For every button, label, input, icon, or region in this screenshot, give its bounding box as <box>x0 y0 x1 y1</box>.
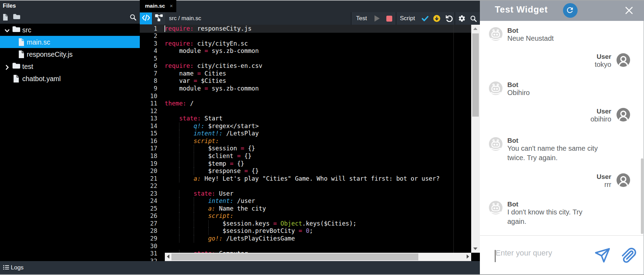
gear-icon[interactable] <box>459 15 465 23</box>
check-icon[interactable] <box>422 16 428 23</box>
file-icon <box>18 50 24 60</box>
scroll-right-arrow[interactable] <box>467 254 469 259</box>
chat-message-bot: Bot Obihiro <box>480 81 644 97</box>
code-line: $client = {} <box>165 152 252 160</box>
attach-icon[interactable] <box>620 246 637 265</box>
visual-view-button[interactable] <box>153 13 165 24</box>
user-avatar <box>617 173 630 187</box>
indent-guide <box>194 197 194 205</box>
message-author: User <box>522 173 611 180</box>
indent-guide <box>179 235 179 243</box>
chevron-down-icon[interactable] <box>5 27 10 35</box>
indent-guide <box>194 205 194 213</box>
stop-icon[interactable] <box>386 16 392 23</box>
code-view-button[interactable] <box>140 13 152 24</box>
horizontal-scroll-thumb[interactable] <box>171 253 418 260</box>
logs-bar[interactable]: Logs <box>0 261 480 274</box>
chat-message-user: User obihiro <box>480 108 644 124</box>
chevron-right-icon[interactable] <box>5 64 10 72</box>
new-folder-button[interactable] <box>13 14 21 21</box>
query-input[interactable] <box>496 246 589 260</box>
scrollbar-corner <box>471 253 480 261</box>
indent-guide <box>194 212 194 220</box>
indent-guide <box>179 138 179 145</box>
close-icon <box>625 9 633 15</box>
window-top-edge <box>0 0 644 1</box>
refresh-button[interactable] <box>563 3 578 18</box>
logs-list-icon <box>3 265 9 271</box>
chat-message-user: User rrr <box>480 173 644 189</box>
scroll-down-arrow[interactable] <box>473 248 477 250</box>
new-file-button[interactable] <box>3 14 8 22</box>
code-line: a: Hey! Let's play "Cities" Game. Who wi… <box>165 175 440 183</box>
code-line: script: <box>165 138 219 145</box>
indent-guide <box>194 152 194 160</box>
vertical-scroll-thumb[interactable] <box>472 33 479 117</box>
indent-guide <box>194 227 194 235</box>
line-number: 4 <box>140 47 158 55</box>
message-text: obihiro <box>522 115 611 124</box>
line-number: 23 <box>140 190 158 198</box>
indent-guide <box>194 145 194 152</box>
play-icon[interactable] <box>374 15 380 23</box>
line-number: 12 <box>140 108 158 115</box>
line-number: 14 <box>140 123 158 130</box>
line-number: 30 <box>140 243 158 250</box>
search-icon[interactable] <box>470 15 477 23</box>
folder-icon <box>12 26 21 34</box>
undo-icon[interactable] <box>446 15 453 23</box>
line-number: 5 <box>140 55 158 63</box>
message-author: Bot <box>507 27 601 34</box>
send-icon[interactable] <box>594 247 610 264</box>
tree-item-chatbot-yaml[interactable]: chatbot.yaml <box>0 72 140 85</box>
tab-main-sc[interactable]: main.sc × <box>140 0 176 12</box>
tree-item-src[interactable]: src <box>0 24 140 36</box>
download-icon[interactable] <box>433 15 440 23</box>
line-number: 29 <box>140 235 158 243</box>
editor-horizontal-scrollbar[interactable] <box>165 253 471 261</box>
logs-label: Logs <box>11 264 24 271</box>
print-margin-line <box>453 25 454 253</box>
indent-guide <box>179 227 179 235</box>
editor-vertical-scrollbar[interactable] <box>471 25 480 253</box>
tab-close-icon[interactable]: × <box>170 3 173 9</box>
indent-guide <box>179 123 179 130</box>
code-line: intent: /user <box>165 197 255 205</box>
code-line: module = sys.zb-common <box>165 85 259 93</box>
indent-guide <box>179 197 179 205</box>
tree-item-responseCity-js[interactable]: responseCity.js <box>0 48 140 60</box>
tree-item-label: src <box>22 26 31 34</box>
tree-item-test[interactable]: test <box>0 60 140 72</box>
scroll-left-arrow[interactable] <box>167 254 169 259</box>
chat-scrollbar[interactable] <box>641 158 643 234</box>
files-panel: Files srcmain.scresponseCity.jstestchatb… <box>0 0 140 261</box>
close-widget-button[interactable] <box>625 7 633 14</box>
editor-caret <box>164 25 165 32</box>
message-author: User <box>522 53 611 60</box>
file-search-button[interactable] <box>130 14 136 22</box>
indent-guide <box>208 220 209 228</box>
line-number: 28 <box>140 227 158 235</box>
line-number: 27 <box>140 220 158 228</box>
bot-avatar <box>489 137 502 151</box>
tree-item-main-sc[interactable]: main.sc <box>0 36 140 48</box>
indent-guide <box>179 130 179 138</box>
line-number: 22 <box>140 182 158 190</box>
chat-message-user: User tokyo <box>480 53 644 69</box>
line-number: 20 <box>140 167 158 175</box>
line-number: 2 <box>140 32 158 40</box>
file-tree: srcmain.scresponseCity.jstestchatbot.yam… <box>0 24 140 85</box>
line-number: 26 <box>140 212 158 220</box>
tree-item-label: test <box>22 63 33 71</box>
scroll-up-arrow[interactable] <box>473 28 477 30</box>
code-line: require: responseCity.js <box>165 25 252 33</box>
code-line: state: User <box>165 190 234 198</box>
test-widget-title: Test Widget <box>495 5 548 15</box>
user-avatar <box>617 108 630 121</box>
indent-guide <box>194 235 194 243</box>
message-content: Bot Obihiro <box>480 81 644 97</box>
editor-toolbar: src / main.sc Test Script <box>140 12 480 25</box>
line-number: 10 <box>140 93 158 100</box>
message-text: tokyo <box>522 60 611 69</box>
code-editor[interactable]: 1require: responseCity.js23require: city… <box>140 25 480 261</box>
